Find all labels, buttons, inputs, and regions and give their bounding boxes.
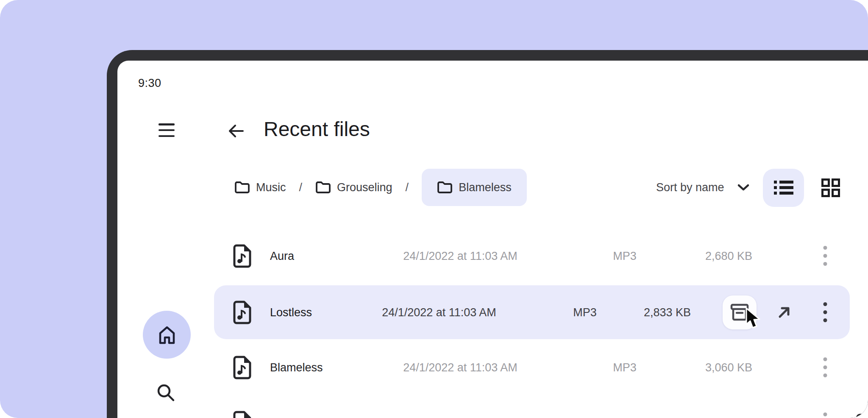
nav-search-button[interactable] <box>156 383 175 402</box>
file-row[interactable]: Back the fut 24/1/2022 at 11:03 AM MP3 2… <box>117 395 868 418</box>
file-date: 24/1/2022 at 11:03 AM <box>382 306 496 319</box>
grid-view-icon <box>821 178 840 197</box>
breadcrumb-item-grouseling[interactable]: Grouseling <box>315 181 392 194</box>
kebab-menu-icon[interactable] <box>817 412 834 418</box>
breadcrumb-separator: / <box>299 181 303 194</box>
file-type: MP3 <box>613 416 637 418</box>
file-date: 24/1/2022 at 11:03 AM <box>403 250 517 263</box>
file-name: Blameless <box>270 361 323 374</box>
folder-icon <box>315 181 331 194</box>
breadcrumb: Music/Grouseling/Blameless <box>234 169 527 206</box>
breadcrumb-label: Grouseling <box>337 181 392 194</box>
nav-home-button[interactable] <box>143 311 191 359</box>
file-date: 24/1/2022 at 11:03 AM <box>403 361 517 374</box>
file-size: 2,833 KB <box>644 306 691 319</box>
hamburger-icon[interactable] <box>159 123 175 137</box>
breadcrumb-label: Music <box>256 181 286 194</box>
archive-button[interactable] <box>723 295 757 329</box>
status-bar-time: 9:30 <box>138 77 161 90</box>
tablet-screen: 9:30 Recent files Music/Grouseling/Blame… <box>117 61 868 418</box>
screenshot-stage: 9:30 Recent files Music/Grouseling/Blame… <box>0 0 868 418</box>
file-name: Aura <box>270 250 294 263</box>
list-view-button[interactable] <box>763 169 804 207</box>
sort-label: Sort by name <box>656 181 724 194</box>
kebab-menu-icon[interactable] <box>817 357 834 379</box>
chevron-down-icon <box>736 183 751 192</box>
file-type: MP3 <box>613 361 637 374</box>
open-file-button[interactable] <box>775 303 793 322</box>
folder-icon <box>437 181 452 194</box>
breadcrumb-label: Blameless <box>459 181 512 194</box>
grid-view-button[interactable] <box>821 178 840 197</box>
folder-icon <box>234 181 250 194</box>
list-view-icon <box>774 180 793 196</box>
back-button[interactable] <box>227 122 245 140</box>
file-row[interactable]: Blameless 24/1/2022 at 11:03 AM MP3 3,06… <box>117 340 868 395</box>
breadcrumb-item-music[interactable]: Music <box>234 181 286 194</box>
file-row[interactable]: Lostless 24/1/2022 at 11:03 AM MP3 2,833… <box>117 285 868 339</box>
file-size: 2,680 KB <box>705 250 752 263</box>
search-icon <box>156 383 175 402</box>
kebab-menu-icon[interactable] <box>817 245 834 267</box>
audio-file-icon <box>233 301 251 324</box>
home-icon <box>156 324 178 346</box>
page-title: Recent files <box>264 117 370 141</box>
breadcrumb-separator: / <box>406 181 409 194</box>
file-date: 24/1/2022 at 11:03 AM <box>403 416 517 418</box>
file-name: Back the fut <box>270 416 331 418</box>
audio-file-icon <box>233 244 251 268</box>
page-background: 9:30 Recent files Music/Grouseling/Blame… <box>0 0 868 418</box>
archive-icon <box>730 303 749 322</box>
kebab-menu-icon[interactable] <box>817 301 834 323</box>
breadcrumb-item-blameless[interactable]: Blameless <box>422 169 527 206</box>
audio-file-icon <box>233 356 251 379</box>
file-type: MP3 <box>573 306 597 319</box>
file-type: MP3 <box>613 250 637 263</box>
file-row[interactable]: Aura 24/1/2022 at 11:03 AM MP3 2,680 KB <box>117 229 868 284</box>
sort-dropdown[interactable]: Sort by name <box>656 169 751 206</box>
file-size: 3,060 KB <box>705 361 752 374</box>
back-arrow-icon <box>227 122 245 140</box>
file-name: Lostless <box>270 306 312 319</box>
audio-file-icon <box>233 411 251 418</box>
bottom-right-partial-element <box>856 414 868 418</box>
file-size: 2,536 KB <box>705 416 752 418</box>
open-in-new-icon <box>776 305 792 320</box>
